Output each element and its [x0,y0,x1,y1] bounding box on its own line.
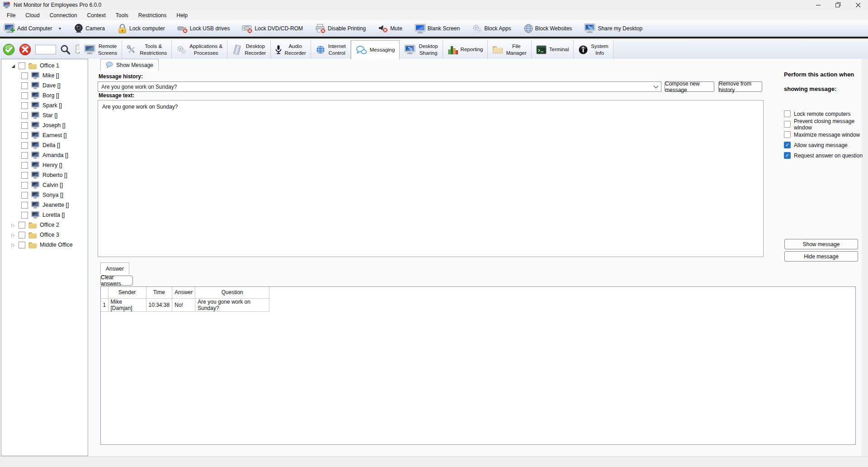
tab-file-manager[interactable]: File Manager [488,40,531,59]
option-request-answer-on-question[interactable]: ✓Request answer on question [784,150,865,161]
tree-item-joseph[interactable]: Joseph [] [1,120,88,130]
collapse-icon[interactable]: ◢ [10,63,16,68]
checkbox-checked-icon[interactable]: ✓ [784,152,791,159]
tree-checkbox[interactable] [21,92,28,99]
tree-checkbox[interactable] [21,112,28,119]
tree-item-star[interactable]: Star [] [1,110,88,120]
tree-checkbox[interactable] [21,102,28,109]
search-input[interactable] [35,45,56,54]
toolbar-block-apps-button[interactable]: Block Apps [472,24,511,33]
dropdown-caret-icon[interactable]: ▼ [58,27,61,31]
clear-answers-button[interactable]: Clear answers [100,276,133,286]
message-history-dropdown[interactable]: Are you gone work on Sunday? [98,81,661,92]
answer-row[interactable]: 1Mike [Damjan]10:34:38No!Are you gone wo… [101,298,269,311]
toolbar-mute-button[interactable]: Mute [378,24,402,33]
tree-checkbox[interactable] [21,202,28,209]
select-all-check-icon[interactable] [3,43,15,56]
tree-item-middle-office[interactable]: ▷Middle Office [1,240,88,250]
tree-checkbox[interactable] [21,122,28,129]
toolbar-disable-printing-button[interactable]: Disable Printing [315,24,366,33]
tree-checkbox[interactable] [19,62,25,69]
minimize-button[interactable] [808,0,828,10]
message-text-area[interactable]: Are you gone work on Sunday? [98,100,764,257]
tree-item-calvin[interactable]: Calvin [] [1,180,88,190]
toolbar-share-desktop-button[interactable]: Share my Desktop [584,24,642,33]
tree-item-della[interactable]: Della [] [1,140,88,150]
toolbar-lock-usb-button[interactable]: Lock USB drives [177,24,230,33]
tree-checkbox[interactable] [21,172,28,179]
hide-message-button[interactable]: Hide message [784,251,858,262]
toolbar-add-computer-button[interactable]: Add Computer▼ [4,24,61,33]
tree-checkbox[interactable] [19,222,25,229]
expand-icon[interactable]: ▷ [10,243,16,248]
tree-checkbox[interactable] [21,132,28,139]
tree-item-office-1[interactable]: ◢Office 1 [1,61,88,71]
tab-answer[interactable]: Answer [100,262,129,275]
tree-checkbox[interactable] [21,82,28,89]
tab-show-message[interactable]: Show Message [100,59,159,71]
tree-checkbox[interactable] [21,182,28,189]
checkbox-icon[interactable] [784,131,791,138]
option-maximize-message-window[interactable]: Maximize message window [784,129,865,140]
computer-icon [31,72,39,79]
restore-button[interactable] [828,0,848,10]
tab-internet-control[interactable]: Internet Control [311,40,351,59]
checkbox-icon[interactable] [784,110,791,117]
toolbar-block-websites-button[interactable]: Block Websites [524,24,572,33]
toolbar-camera-button[interactable]: Camera [74,24,105,33]
tree-checkbox[interactable] [21,192,28,199]
tab-remote-screens[interactable]: Remote Screens [80,40,122,59]
tree-item-loretta[interactable]: Loretta [] [1,210,88,220]
checkbox-icon[interactable] [784,121,791,128]
deselect-all-x-icon[interactable] [19,43,31,56]
expand-icon[interactable]: ▷ [10,223,16,228]
tab-tools-restrictions[interactable]: Tools & Restrictions [122,40,172,59]
menu-file[interactable]: File [2,11,20,20]
tab-reporting[interactable]: Reporting [443,40,488,59]
toolbar-lock-computer-button[interactable]: Lock computer [117,24,165,33]
tab-applications-processes[interactable]: Applications & Processes [172,40,227,59]
tree-checkbox[interactable] [19,232,25,238]
menu-help[interactable]: Help [171,11,193,20]
tree-checkbox[interactable] [21,212,28,219]
expand-icon[interactable]: ▷ [10,233,16,238]
tree-checkbox[interactable] [21,162,28,169]
tree-item-mike[interactable]: Mike [] [1,71,88,81]
tree-item-jeanette[interactable]: Jeanette [] [1,200,88,210]
option-prevent-closing-message-window[interactable]: Prevent closing message window [784,119,865,129]
tree-item-office-2[interactable]: ▷Office 2 [1,220,88,230]
remove-from-history-button[interactable]: Remove from history [718,81,762,92]
tree-checkbox[interactable] [21,72,28,79]
tab-audio-recorder[interactable]: Audio Recorder [271,40,311,59]
tree-item-henry[interactable]: Henry [] [1,160,88,170]
menu-tools[interactable]: Tools [111,11,133,20]
menu-restrictions[interactable]: Restrictions [133,11,172,20]
tab-terminal[interactable]: Terminal [532,40,574,59]
tab-desktop-sharing[interactable]: Desktop Sharing [400,40,443,59]
compose-new-message-button[interactable]: Compose new message [665,81,714,92]
close-button[interactable] [848,0,868,10]
show-message-button[interactable]: Show message [784,239,858,249]
tree-checkbox[interactable] [19,242,25,248]
tree-item-roberto[interactable]: Roberto [] [1,170,88,180]
tab-desktop-recorder[interactable]: Desktop Recorder [227,40,271,59]
tree-item-spark[interactable]: Spark [] [1,100,88,110]
menu-connection[interactable]: Connection [45,11,82,20]
tree-item-amanda[interactable]: Amanda [] [1,150,88,160]
tree-checkbox[interactable] [21,152,28,159]
magnifier-icon[interactable] [60,44,71,55]
toolbar-lock-dvd-button[interactable]: Lock DVD/CD-ROM [242,24,303,33]
toolbar-blank-screen-button[interactable]: Blank Screen [415,24,460,33]
tab-system-info[interactable]: System Info [574,40,613,59]
tree-item-dave[interactable]: Dave [] [1,81,88,91]
menu-context[interactable]: Context [82,11,110,20]
tree-item-office-3[interactable]: ▷Office 3 [1,230,88,240]
tree-item-borg[interactable]: Borg [] [1,91,88,100]
tree-checkbox[interactable] [21,142,28,149]
checkbox-checked-icon[interactable]: ✓ [784,142,791,148]
menu-cloud[interactable]: Cloud [20,11,44,20]
option-allow-saving-message[interactable]: ✓Allow saving message [784,140,865,150]
tree-item-earnest[interactable]: Earnest [] [1,130,88,140]
tab-messaging[interactable]: Messaging [351,40,400,59]
tree-item-sonya[interactable]: Sonya [] [1,190,88,200]
